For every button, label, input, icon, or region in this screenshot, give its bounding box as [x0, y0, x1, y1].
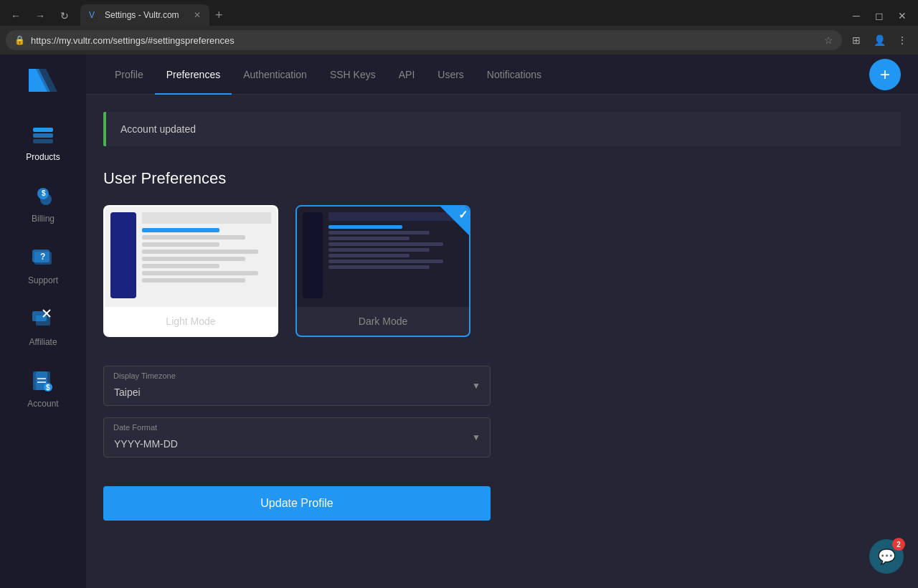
create-button[interactable]: +	[869, 59, 901, 90]
timezone-group: Display Timezone Taipei UTC New York Lon…	[103, 366, 901, 406]
browser-chrome: ← → ↻ V Settings - Vultr.com ✕ + ─ ◻ ✕ 🔒…	[0, 0, 918, 54]
svg-text:$: $	[42, 189, 46, 197]
app-container: Products $ Billing ? Support	[0, 54, 918, 588]
maximize-button[interactable]: ◻	[869, 6, 889, 26]
minimize-button[interactable]: ─	[846, 6, 866, 26]
sidebar: Products $ Billing ? Support	[0, 54, 86, 588]
profile-button[interactable]: 👤	[869, 30, 889, 50]
timezone-wrapper: Display Timezone Taipei UTC New York Lon…	[103, 366, 491, 406]
settings-tabs: Profile Preferences Authentication SSH K…	[86, 54, 918, 95]
reload-button[interactable]: ↻	[55, 6, 75, 26]
svg-rect-13	[36, 316, 50, 326]
tab-ssh-keys[interactable]: SSH Keys	[318, 54, 387, 95]
tab-bar: ← → ↻ V Settings - Vultr.com ✕ + ─ ◻ ✕	[0, 0, 918, 26]
section-title: User Preferences	[103, 169, 901, 188]
tab-close-button[interactable]: ✕	[194, 10, 201, 20]
vultr-logo	[26, 63, 60, 98]
chat-bubble[interactable]: 💬 2	[869, 539, 904, 574]
browser-tab[interactable]: V Settings - Vultr.com ✕	[80, 4, 209, 26]
lp-main	[142, 212, 271, 301]
dp-sidebar	[303, 212, 323, 298]
sidebar-item-affiliate[interactable]: Affiliate	[0, 297, 86, 356]
lock-icon: 🔒	[14, 35, 25, 45]
billing-label: Billing	[32, 214, 55, 224]
products-icon	[29, 120, 57, 149]
address-bar-row: 🔒 https://my.vultr.com/settings/#setting…	[0, 26, 918, 54]
sidebar-item-products[interactable]: Products	[0, 112, 86, 171]
tab-preferences[interactable]: Preferences	[155, 54, 232, 95]
affiliate-icon	[29, 305, 57, 334]
update-profile-button[interactable]: Update Profile	[103, 486, 491, 521]
new-tab-button[interactable]: +	[209, 4, 229, 26]
sidebar-item-support[interactable]: ? Support	[0, 235, 86, 294]
support-icon: ?	[29, 244, 57, 272]
light-mode-preview	[105, 207, 277, 307]
date-format-group: Date Format YYYY-MM-DD MM/DD/YYYY DD/MM/…	[103, 417, 901, 457]
browser-actions: ⊞ 👤 ⋮	[846, 30, 912, 50]
dark-mode-label: Dark Mode	[297, 307, 469, 336]
svg-text:$: $	[46, 384, 50, 392]
date-format-label: Date Format	[113, 423, 157, 432]
alert-message: Account updated	[120, 123, 196, 135]
tab-notifications[interactable]: Notifications	[475, 54, 553, 95]
menu-button[interactable]: ⋮	[892, 30, 912, 50]
dark-mode-card[interactable]: Dark Mode	[295, 205, 470, 337]
close-window-button[interactable]: ✕	[892, 6, 912, 26]
browser-nav-controls: ← → ↻	[6, 6, 75, 26]
back-button[interactable]: ←	[6, 6, 26, 26]
theme-cards: Light Mode	[103, 205, 901, 337]
sidebar-item-billing[interactable]: $ Billing	[0, 174, 86, 232]
account-icon: $	[29, 367, 57, 396]
extensions-button[interactable]: ⊞	[846, 30, 866, 50]
billing-icon: $	[29, 182, 57, 211]
tab-users[interactable]: Users	[426, 54, 475, 95]
tab-title: Settings - Vultr.com	[105, 10, 179, 20]
tab-profile[interactable]: Profile	[103, 54, 155, 95]
support-label: Support	[28, 275, 58, 285]
svg-rect-4	[33, 133, 53, 138]
selected-checkmark	[440, 207, 469, 235]
address-text: https://my.vultr.com/settings/#settingsp…	[31, 35, 818, 46]
tab-api[interactable]: API	[387, 54, 427, 95]
bookmark-icon[interactable]: ☆	[824, 34, 833, 46]
affiliate-label: Affiliate	[29, 337, 57, 347]
date-format-wrapper: Date Format YYYY-MM-DD MM/DD/YYYY DD/MM/…	[103, 417, 491, 457]
forward-button[interactable]: →	[30, 6, 50, 26]
light-mode-card[interactable]: Light Mode	[103, 205, 278, 337]
svg-rect-5	[33, 139, 53, 143]
alert-bar: Account updated	[103, 112, 901, 146]
products-label: Products	[26, 152, 60, 162]
svg-rect-3	[33, 128, 53, 132]
tab-favicon: V	[89, 10, 99, 20]
date-format-select[interactable]: YYYY-MM-DD MM/DD/YYYY DD/MM/YYYY	[103, 417, 491, 457]
lp-sidebar	[110, 212, 136, 298]
light-mode-label: Light Mode	[105, 307, 277, 336]
timezone-label: Display Timezone	[113, 371, 176, 380]
content-area: Account updated User Preferences	[86, 95, 918, 588]
address-bar[interactable]: 🔒 https://my.vultr.com/settings/#setting…	[6, 30, 842, 50]
svg-text:?: ?	[40, 252, 45, 262]
chat-icon: 💬	[878, 548, 896, 565]
account-label: Account	[27, 399, 58, 409]
chat-badge: 2	[892, 538, 905, 551]
sidebar-item-account[interactable]: $ Account	[0, 359, 86, 417]
tab-authentication[interactable]: Authentication	[232, 54, 318, 95]
main-content: Profile Preferences Authentication SSH K…	[86, 54, 918, 588]
